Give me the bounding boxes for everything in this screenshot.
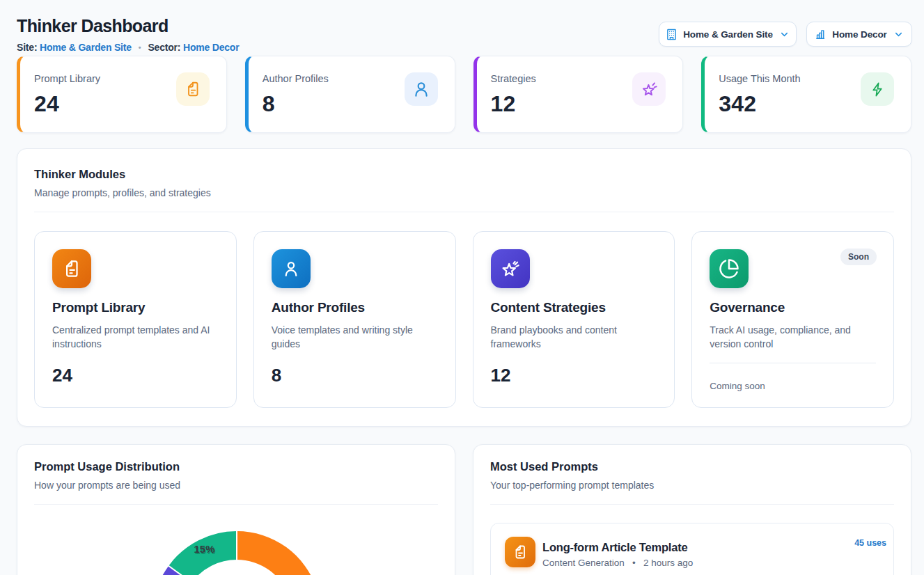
svg-text:15%: 15% xyxy=(194,543,214,555)
